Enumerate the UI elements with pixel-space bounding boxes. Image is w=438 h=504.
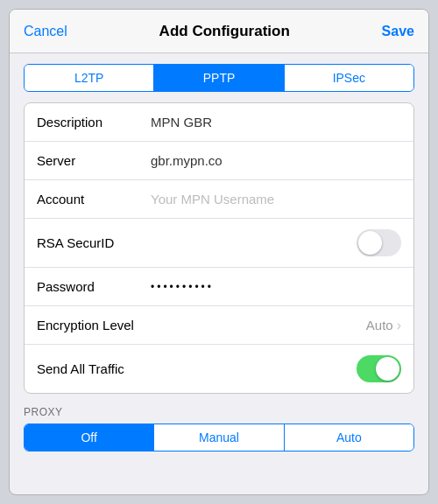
label-account: Account bbox=[37, 192, 151, 206]
chevron-right-icon: › bbox=[397, 318, 401, 333]
value-account[interactable]: Your MPN Username bbox=[151, 192, 401, 206]
toggle-send-all-traffic[interactable] bbox=[357, 355, 401, 382]
tab-pptp[interactable]: PPTP bbox=[154, 65, 284, 91]
form-row-server: Server gbr.mypn.co bbox=[25, 142, 413, 180]
proxy-tab-auto[interactable]: Auto bbox=[285, 424, 413, 451]
form-row-account: Account Your MPN Username bbox=[25, 180, 413, 219]
value-description[interactable]: MPN GBR bbox=[151, 115, 401, 130]
form-row-password: Password •••••••••• bbox=[25, 268, 413, 306]
save-button[interactable]: Save bbox=[382, 24, 414, 39]
value-server[interactable]: gbr.mypn.co bbox=[151, 153, 401, 168]
form-row-send-all-traffic: Send All Traffic bbox=[25, 345, 413, 393]
value-encryption-level: Auto › bbox=[151, 318, 401, 333]
proxy-tab-manual[interactable]: Manual bbox=[154, 424, 284, 451]
value-password[interactable]: •••••••••• bbox=[151, 281, 401, 293]
proxy-section-label: PROXY bbox=[24, 406, 414, 418]
phone-frame: Cancel Add Configuration Save L2TP PPTP … bbox=[9, 9, 429, 495]
page-title: Add Configuration bbox=[159, 23, 290, 40]
toggle-rsa-securid[interactable] bbox=[357, 229, 401, 256]
encryption-level-text: Auto bbox=[366, 318, 393, 332]
label-description: Description bbox=[37, 115, 151, 130]
proxy-tab-off[interactable]: Off bbox=[25, 424, 154, 451]
header: Cancel Add Configuration Save bbox=[10, 10, 428, 53]
form-row-description: Description MPN GBR bbox=[25, 103, 413, 142]
tab-ipsec[interactable]: IPSec bbox=[285, 65, 413, 91]
proxy-tab-group: Off Manual Auto bbox=[24, 424, 414, 452]
label-encryption-level: Encryption Level bbox=[37, 318, 151, 332]
label-rsa-securid: RSA SecurID bbox=[37, 235, 151, 250]
form-card: Description MPN GBR Server gbr.mypn.co A… bbox=[24, 102, 414, 394]
cancel-button[interactable]: Cancel bbox=[24, 24, 67, 39]
label-server: Server bbox=[37, 153, 151, 168]
protocol-tab-group: L2TP PPTP IPSec bbox=[24, 64, 414, 92]
tab-l2tp[interactable]: L2TP bbox=[25, 65, 154, 91]
label-send-all-traffic: Send All Traffic bbox=[37, 361, 151, 376]
form-row-encryption-level[interactable]: Encryption Level Auto › bbox=[25, 306, 413, 345]
label-password: Password bbox=[37, 279, 151, 294]
form-row-rsa-securid: RSA SecurID bbox=[25, 219, 413, 268]
toggle-knob-rsa bbox=[358, 231, 382, 255]
toggle-knob-send-all bbox=[376, 357, 399, 381]
